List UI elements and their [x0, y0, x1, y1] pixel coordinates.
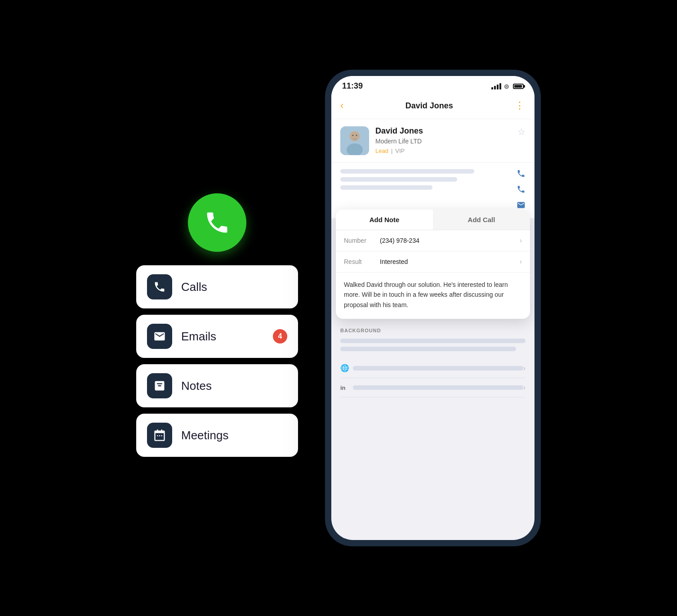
- tag-vip: VIP: [395, 147, 405, 154]
- menu-item-emails[interactable]: Emails 4: [136, 315, 298, 358]
- linkedin-chevron-icon: ›: [523, 384, 526, 392]
- more-menu-button[interactable]: ⋮: [515, 100, 526, 112]
- phone-screen: 11:39 ⊜ ‹ David Jones: [331, 76, 534, 540]
- status-icons: ⊜: [491, 83, 524, 90]
- result-value: Interested: [380, 258, 520, 265]
- number-value: (234) 978-234: [380, 237, 520, 244]
- contact-card: David Jones Modern Life LTD Lead | VIP ☆: [331, 119, 534, 163]
- back-button[interactable]: ‹: [340, 100, 343, 112]
- emails-icon: [153, 330, 166, 343]
- phone-icon: [204, 209, 231, 236]
- calls-label: Calls: [181, 280, 207, 294]
- menu-item-calls[interactable]: Calls: [136, 265, 298, 308]
- favorite-star-icon[interactable]: ☆: [517, 126, 526, 137]
- result-chevron-icon[interactable]: ›: [520, 258, 522, 266]
- detail-line-1: [340, 169, 474, 174]
- emails-icon-box: [147, 324, 172, 349]
- svg-point-4: [352, 135, 354, 136]
- wifi-icon: ⊜: [504, 83, 509, 90]
- meetings-icon-box: [147, 423, 172, 448]
- detail-line-2: [340, 177, 457, 182]
- overlay-card: Add Note Add Call Number (234) 978-234 ›…: [336, 210, 530, 319]
- left-panel: Calls Emails 4: [136, 193, 298, 459]
- number-chevron-icon[interactable]: ›: [520, 237, 522, 245]
- bg-line-2: [340, 347, 516, 351]
- detail-lines: [340, 169, 508, 212]
- detail-line-3: [340, 185, 432, 190]
- menu-list: Calls Emails 4: [136, 265, 298, 459]
- notes-label: Notes: [181, 379, 212, 393]
- linkedin-icon: in: [340, 384, 353, 391]
- menu-item-notes[interactable]: Notes: [136, 364, 298, 407]
- contact-tags: Lead | VIP: [375, 147, 511, 154]
- globe-icon: 🌐: [340, 364, 353, 372]
- avatar: [340, 126, 369, 155]
- bg-line-1: [340, 339, 526, 343]
- background-section: BACKGROUND 🌐 › in ›: [331, 319, 534, 405]
- call-action-icon-2[interactable]: [517, 185, 526, 196]
- status-bar: 11:39 ⊜: [331, 76, 534, 94]
- menu-item-meetings[interactable]: Meetings: [136, 414, 298, 457]
- meetings-icon: [153, 429, 166, 442]
- call-action-icon-1[interactable]: [517, 169, 526, 180]
- phone-device: 11:39 ⊜ ‹ David Jones: [325, 70, 541, 546]
- calls-icon-box: [147, 274, 172, 299]
- result-label: Result: [344, 258, 380, 265]
- contact-company: Modern Life LTD: [375, 138, 511, 145]
- number-label: Number: [344, 237, 380, 244]
- scene: Calls Emails 4: [91, 38, 586, 578]
- svg-point-5: [356, 135, 357, 136]
- website-row[interactable]: 🌐 ›: [340, 358, 526, 378]
- call-fab[interactable]: [188, 193, 246, 252]
- linkedin-row[interactable]: in ›: [340, 378, 526, 397]
- add-call-tab[interactable]: Add Call: [433, 210, 530, 230]
- emails-badge: 4: [273, 329, 287, 344]
- note-text: Walked David through our solution. He's …: [336, 272, 530, 319]
- emails-label: Emails: [181, 330, 216, 344]
- notes-icon: [153, 379, 166, 392]
- tab-row: Add Note Add Call: [336, 210, 530, 230]
- signal-icon: [491, 83, 501, 89]
- add-note-tab[interactable]: Add Note: [336, 210, 433, 230]
- header-title: David Jones: [405, 101, 453, 111]
- number-row: Number (234) 978-234 ›: [336, 230, 530, 251]
- status-time: 11:39: [342, 81, 363, 91]
- background-lines: [340, 339, 526, 351]
- website-line: [353, 366, 523, 370]
- battery-icon: [513, 84, 524, 89]
- contact-name: David Jones: [375, 126, 511, 136]
- notes-icon-box: [147, 373, 172, 398]
- result-row: Result Interested ›: [336, 251, 530, 272]
- tag-separator: |: [391, 147, 392, 154]
- contact-actions: [517, 169, 526, 212]
- avatar-image: [340, 126, 369, 155]
- background-label: BACKGROUND: [340, 328, 526, 333]
- meetings-label: Meetings: [181, 429, 229, 442]
- linkedin-line: [353, 385, 523, 390]
- website-chevron-icon: ›: [523, 364, 526, 372]
- svg-point-2: [350, 131, 360, 141]
- calls-icon: [153, 281, 166, 293]
- contact-info: David Jones Modern Life LTD Lead | VIP: [375, 126, 511, 154]
- tag-lead: Lead: [375, 147, 388, 154]
- contact-header: ‹ David Jones ⋮: [331, 94, 534, 119]
